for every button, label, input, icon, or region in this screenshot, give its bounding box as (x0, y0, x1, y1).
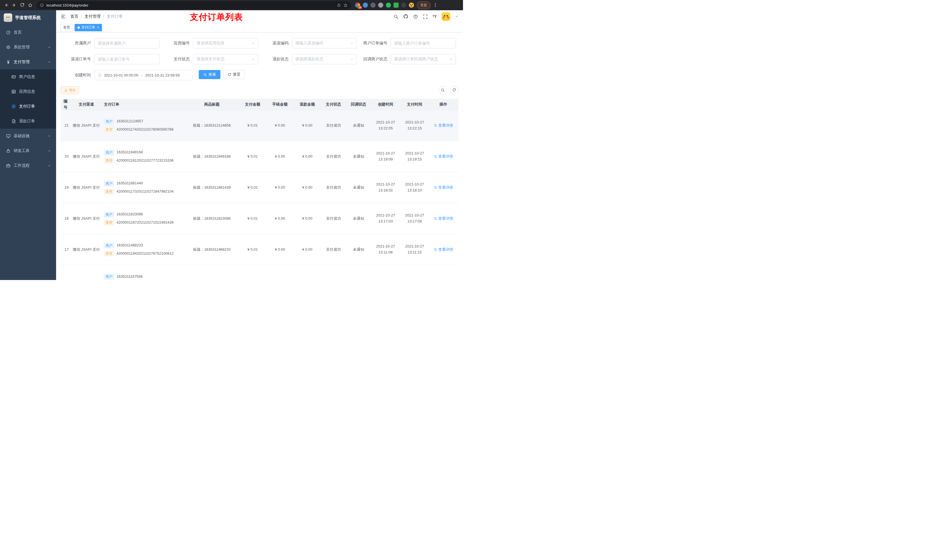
chevron-down-icon (449, 57, 452, 61)
channel-code-select[interactable]: 请输入渠道编码 (292, 38, 357, 48)
site-info-icon[interactable] (40, 3, 44, 7)
pay-order-table: 编号 支付渠道 支付订单 商品标题 支付金额 手续金额 退款金额 支付状态 回调… (61, 99, 458, 280)
forward-button[interactable] (10, 1, 18, 9)
refund-status-select[interactable]: 请选择退款状态 (292, 54, 357, 64)
share-icon[interactable] (337, 3, 341, 7)
pay-status: 支付成功 (321, 123, 346, 128)
refresh-button[interactable] (450, 86, 458, 95)
table-header: 编号 支付渠道 支付订单 商品标题 支付金额 手续金额 退款金额 支付状态 回调… (61, 99, 458, 110)
pay-channel: 微信 JSAPI 支付 (70, 185, 102, 191)
view-detail-link[interactable]: 查看详情 (429, 123, 458, 128)
sidebar-item-devtools[interactable]: 研发工具 (0, 143, 56, 158)
merchant-order-no-input[interactable] (391, 38, 456, 48)
sidebar-collapse-icon[interactable] (61, 14, 66, 19)
extension-icon[interactable] (378, 3, 383, 8)
credit-card-icon (11, 74, 16, 79)
date-range-separator: - (141, 73, 143, 77)
url-text[interactable]: localhost:1024/pay/order (47, 3, 334, 8)
user-avatar[interactable] (442, 12, 450, 21)
sidebar-item-infrastructure[interactable]: 基础设施 (0, 128, 56, 143)
order-id: 21 (61, 123, 70, 128)
extension-icon[interactable] (386, 3, 391, 8)
browser-menu-icon[interactable] (432, 3, 439, 8)
breadcrumb-section[interactable]: 支付管理 (85, 14, 100, 19)
sidebar-item-workflow[interactable]: 工作流程 (0, 158, 56, 173)
pay-channel: 微信 JSAPI 支付 (70, 247, 102, 253)
sidebar-item-app-info[interactable]: 应用信息 (0, 84, 56, 99)
extension-icon[interactable] (363, 3, 368, 8)
pay-order-cell: 商户 1635311881440 支付 42000011732021102728… (102, 180, 185, 195)
reload-button[interactable] (18, 1, 26, 9)
channel-order-no-field[interactable] (98, 57, 156, 62)
pay-time: 2021-10-27 13:22:15 (400, 119, 429, 131)
channel-pay-no: 4200001167202110271022491439 (117, 220, 174, 226)
pay-time: 2021-10-27 13:11:15 (400, 244, 429, 255)
fee-amount: ¥ 0.00 (266, 216, 294, 222)
chevron-down-icon (48, 149, 51, 152)
app-no-select[interactable]: 请选择应用信息 (193, 38, 258, 48)
github-icon[interactable] (403, 14, 409, 19)
help-icon[interactable] (413, 14, 418, 19)
sidebar-item-payment[interactable]: 支付管理 (0, 54, 56, 69)
pay-order-cell: 商户 1635311823086 支付 42000011672021102710… (102, 211, 185, 226)
breadcrumb: 首页 / 支付管理 / 支付订单 (70, 14, 123, 19)
sidebar-item-home[interactable]: 首页 (0, 25, 56, 40)
callback-status-select[interactable]: 请选择订单回调商户状态 (391, 54, 456, 64)
address-bar[interactable]: localhost:1024/pay/order (36, 1, 351, 9)
merchant-badge: 商户 (104, 274, 114, 279)
sidebar-item-label: 支付管理 (14, 59, 30, 65)
header-actions: TT (393, 12, 458, 21)
app-title: 芋道管理系统 (15, 15, 41, 21)
view-detail-link[interactable]: 查看详情 (429, 154, 458, 160)
user-menu-caret-icon[interactable] (455, 15, 458, 18)
sidebar-item-pay-order[interactable]: 支付订单 (0, 99, 56, 114)
filter-label: 支付状态 (159, 57, 193, 62)
refund-amount: ¥ 0.00 (294, 247, 321, 253)
extension-icon[interactable]: 10 (355, 3, 360, 8)
sidebar-item-refund-order[interactable]: 退款订单 (0, 114, 56, 128)
tag-pay-order[interactable]: 支付订单 × (75, 24, 102, 31)
search-button[interactable]: 搜索 (199, 70, 220, 79)
pay-time: 2021-10-27 13:18:10 (400, 181, 429, 193)
column-header: 编号 (61, 98, 70, 110)
search-icon[interactable] (393, 14, 398, 19)
view-detail-link[interactable]: 查看详情 (429, 247, 458, 253)
chevron-down-icon (48, 134, 51, 138)
merchant-input-field[interactable] (98, 41, 156, 45)
toggle-search-button[interactable] (439, 86, 447, 95)
back-button[interactable] (2, 1, 10, 9)
export-button[interactable]: 导出 (61, 86, 79, 94)
merchant-order-no-field[interactable] (394, 41, 452, 45)
fullscreen-icon[interactable] (423, 14, 428, 19)
product-title: 标题：1635311949168 (185, 154, 239, 160)
pay-time: 2021-10-27 13:19:15 (400, 151, 429, 163)
sidebar-item-system[interactable]: 系统管理 (0, 40, 56, 54)
view-detail-link[interactable]: 查看详情 (429, 185, 458, 191)
merchant-badge: 商户 (104, 181, 114, 186)
pay-badge: 支付 (104, 189, 114, 194)
pay-order-cell: 商户 1635311468233 支付 42000011942021102767… (102, 242, 185, 257)
profile-avatar-icon[interactable] (409, 3, 414, 8)
merchant-order-no: 1635311823086 (117, 211, 143, 217)
home-button[interactable] (26, 1, 34, 9)
tag-home[interactable]: 首页 (61, 24, 73, 31)
extension-icon[interactable] (401, 3, 406, 8)
breadcrumb-home[interactable]: 首页 (70, 14, 78, 19)
pay-status-select[interactable]: 请选择支付状态 (193, 54, 258, 64)
font-size-icon[interactable]: TT (433, 15, 437, 19)
extension-icon[interactable] (393, 3, 399, 8)
sidebar-item-label: 应用信息 (19, 89, 35, 94)
sidebar-item-label: 首页 (14, 30, 22, 35)
view-detail-link[interactable]: 查看详情 (429, 216, 458, 222)
merchant-input[interactable] (94, 38, 159, 48)
close-icon[interactable]: × (97, 26, 99, 29)
bookmark-star-icon[interactable] (343, 3, 348, 8)
chrome-update-button[interactable]: 更新 (417, 2, 431, 9)
extension-icon[interactable] (371, 3, 375, 8)
reset-button[interactable]: 重置 (223, 70, 245, 79)
channel-order-no-input[interactable] (94, 54, 159, 64)
create-time-range-picker[interactable]: 2021-10-01 00:00:00 - 2021-10-31 23:59:5… (94, 70, 192, 80)
date-range-end: 2021-10-31 23:59:59 (145, 73, 180, 77)
filter-label: 创建时间 (61, 72, 94, 78)
sidebar-item-merchant-info[interactable]: 商户信息 (0, 69, 56, 84)
